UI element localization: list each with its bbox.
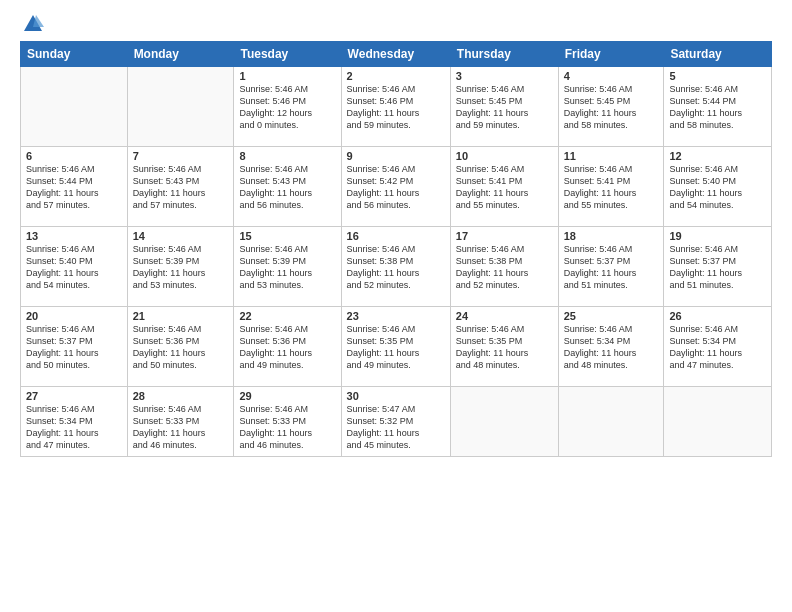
day-info: Sunrise: 5:46 AM Sunset: 5:33 PM Dayligh… (133, 403, 229, 452)
day-info: Sunrise: 5:46 AM Sunset: 5:41 PM Dayligh… (564, 163, 659, 212)
day-number: 15 (239, 230, 335, 242)
day-info: Sunrise: 5:47 AM Sunset: 5:32 PM Dayligh… (347, 403, 445, 452)
calendar-header-thursday: Thursday (450, 42, 558, 67)
calendar-table: SundayMondayTuesdayWednesdayThursdayFrid… (20, 41, 772, 457)
calendar-day-cell (21, 67, 128, 147)
calendar-day-cell (664, 387, 772, 457)
calendar-week-row: 20Sunrise: 5:46 AM Sunset: 5:37 PM Dayli… (21, 307, 772, 387)
day-number: 19 (669, 230, 766, 242)
day-number: 26 (669, 310, 766, 322)
calendar-day-cell: 21Sunrise: 5:46 AM Sunset: 5:36 PM Dayli… (127, 307, 234, 387)
page-container: SundayMondayTuesdayWednesdayThursdayFrid… (0, 0, 792, 612)
day-info: Sunrise: 5:46 AM Sunset: 5:38 PM Dayligh… (456, 243, 553, 292)
day-info: Sunrise: 5:46 AM Sunset: 5:35 PM Dayligh… (347, 323, 445, 372)
day-info: Sunrise: 5:46 AM Sunset: 5:43 PM Dayligh… (239, 163, 335, 212)
calendar-day-cell (558, 387, 664, 457)
day-info: Sunrise: 5:46 AM Sunset: 5:45 PM Dayligh… (564, 83, 659, 132)
svg-marker-1 (33, 15, 44, 27)
day-info: Sunrise: 5:46 AM Sunset: 5:44 PM Dayligh… (26, 163, 122, 212)
day-number: 18 (564, 230, 659, 242)
day-number: 30 (347, 390, 445, 402)
day-info: Sunrise: 5:46 AM Sunset: 5:44 PM Dayligh… (669, 83, 766, 132)
day-number: 23 (347, 310, 445, 322)
calendar-day-cell: 8Sunrise: 5:46 AM Sunset: 5:43 PM Daylig… (234, 147, 341, 227)
calendar-day-cell: 2Sunrise: 5:46 AM Sunset: 5:46 PM Daylig… (341, 67, 450, 147)
logo-icon (22, 13, 44, 35)
calendar-day-cell: 20Sunrise: 5:46 AM Sunset: 5:37 PM Dayli… (21, 307, 128, 387)
calendar-day-cell: 24Sunrise: 5:46 AM Sunset: 5:35 PM Dayli… (450, 307, 558, 387)
calendar-day-cell: 26Sunrise: 5:46 AM Sunset: 5:34 PM Dayli… (664, 307, 772, 387)
calendar-day-cell: 4Sunrise: 5:46 AM Sunset: 5:45 PM Daylig… (558, 67, 664, 147)
day-number: 10 (456, 150, 553, 162)
calendar-day-cell: 18Sunrise: 5:46 AM Sunset: 5:37 PM Dayli… (558, 227, 664, 307)
calendar-day-cell: 9Sunrise: 5:46 AM Sunset: 5:42 PM Daylig… (341, 147, 450, 227)
day-info: Sunrise: 5:46 AM Sunset: 5:41 PM Dayligh… (456, 163, 553, 212)
day-info: Sunrise: 5:46 AM Sunset: 5:37 PM Dayligh… (26, 323, 122, 372)
calendar-header-tuesday: Tuesday (234, 42, 341, 67)
calendar-day-cell (450, 387, 558, 457)
calendar-day-cell: 7Sunrise: 5:46 AM Sunset: 5:43 PM Daylig… (127, 147, 234, 227)
calendar-day-cell: 25Sunrise: 5:46 AM Sunset: 5:34 PM Dayli… (558, 307, 664, 387)
calendar-day-cell (127, 67, 234, 147)
day-number: 12 (669, 150, 766, 162)
day-number: 14 (133, 230, 229, 242)
day-number: 24 (456, 310, 553, 322)
day-number: 7 (133, 150, 229, 162)
calendar-day-cell: 28Sunrise: 5:46 AM Sunset: 5:33 PM Dayli… (127, 387, 234, 457)
day-number: 8 (239, 150, 335, 162)
day-info: Sunrise: 5:46 AM Sunset: 5:36 PM Dayligh… (239, 323, 335, 372)
calendar-day-cell: 17Sunrise: 5:46 AM Sunset: 5:38 PM Dayli… (450, 227, 558, 307)
calendar-header-row: SundayMondayTuesdayWednesdayThursdayFrid… (21, 42, 772, 67)
calendar-day-cell: 15Sunrise: 5:46 AM Sunset: 5:39 PM Dayli… (234, 227, 341, 307)
calendar-week-row: 6Sunrise: 5:46 AM Sunset: 5:44 PM Daylig… (21, 147, 772, 227)
calendar-day-cell: 19Sunrise: 5:46 AM Sunset: 5:37 PM Dayli… (664, 227, 772, 307)
day-info: Sunrise: 5:46 AM Sunset: 5:37 PM Dayligh… (669, 243, 766, 292)
day-number: 27 (26, 390, 122, 402)
calendar-header-saturday: Saturday (664, 42, 772, 67)
day-info: Sunrise: 5:46 AM Sunset: 5:33 PM Dayligh… (239, 403, 335, 452)
calendar-day-cell: 14Sunrise: 5:46 AM Sunset: 5:39 PM Dayli… (127, 227, 234, 307)
day-info: Sunrise: 5:46 AM Sunset: 5:38 PM Dayligh… (347, 243, 445, 292)
calendar-header-friday: Friday (558, 42, 664, 67)
day-number: 16 (347, 230, 445, 242)
day-number: 3 (456, 70, 553, 82)
day-info: Sunrise: 5:46 AM Sunset: 5:40 PM Dayligh… (669, 163, 766, 212)
header (20, 15, 772, 31)
day-info: Sunrise: 5:46 AM Sunset: 5:37 PM Dayligh… (564, 243, 659, 292)
day-number: 21 (133, 310, 229, 322)
day-number: 2 (347, 70, 445, 82)
logo (20, 15, 44, 31)
day-info: Sunrise: 5:46 AM Sunset: 5:39 PM Dayligh… (239, 243, 335, 292)
calendar-day-cell: 3Sunrise: 5:46 AM Sunset: 5:45 PM Daylig… (450, 67, 558, 147)
calendar-day-cell: 11Sunrise: 5:46 AM Sunset: 5:41 PM Dayli… (558, 147, 664, 227)
day-info: Sunrise: 5:46 AM Sunset: 5:39 PM Dayligh… (133, 243, 229, 292)
day-number: 9 (347, 150, 445, 162)
calendar-day-cell: 12Sunrise: 5:46 AM Sunset: 5:40 PM Dayli… (664, 147, 772, 227)
calendar-week-row: 27Sunrise: 5:46 AM Sunset: 5:34 PM Dayli… (21, 387, 772, 457)
day-info: Sunrise: 5:46 AM Sunset: 5:34 PM Dayligh… (669, 323, 766, 372)
day-number: 13 (26, 230, 122, 242)
day-number: 6 (26, 150, 122, 162)
day-number: 11 (564, 150, 659, 162)
calendar-day-cell: 1Sunrise: 5:46 AM Sunset: 5:46 PM Daylig… (234, 67, 341, 147)
calendar-week-row: 1Sunrise: 5:46 AM Sunset: 5:46 PM Daylig… (21, 67, 772, 147)
day-info: Sunrise: 5:46 AM Sunset: 5:36 PM Dayligh… (133, 323, 229, 372)
calendar-day-cell: 13Sunrise: 5:46 AM Sunset: 5:40 PM Dayli… (21, 227, 128, 307)
calendar-week-row: 13Sunrise: 5:46 AM Sunset: 5:40 PM Dayli… (21, 227, 772, 307)
calendar-day-cell: 5Sunrise: 5:46 AM Sunset: 5:44 PM Daylig… (664, 67, 772, 147)
calendar-day-cell: 30Sunrise: 5:47 AM Sunset: 5:32 PM Dayli… (341, 387, 450, 457)
calendar-day-cell: 6Sunrise: 5:46 AM Sunset: 5:44 PM Daylig… (21, 147, 128, 227)
day-number: 5 (669, 70, 766, 82)
day-info: Sunrise: 5:46 AM Sunset: 5:45 PM Dayligh… (456, 83, 553, 132)
calendar-day-cell: 23Sunrise: 5:46 AM Sunset: 5:35 PM Dayli… (341, 307, 450, 387)
day-info: Sunrise: 5:46 AM Sunset: 5:43 PM Dayligh… (133, 163, 229, 212)
calendar-day-cell: 27Sunrise: 5:46 AM Sunset: 5:34 PM Dayli… (21, 387, 128, 457)
day-info: Sunrise: 5:46 AM Sunset: 5:34 PM Dayligh… (564, 323, 659, 372)
day-number: 29 (239, 390, 335, 402)
calendar-day-cell: 29Sunrise: 5:46 AM Sunset: 5:33 PM Dayli… (234, 387, 341, 457)
day-number: 20 (26, 310, 122, 322)
calendar-day-cell: 10Sunrise: 5:46 AM Sunset: 5:41 PM Dayli… (450, 147, 558, 227)
day-info: Sunrise: 5:46 AM Sunset: 5:35 PM Dayligh… (456, 323, 553, 372)
day-info: Sunrise: 5:46 AM Sunset: 5:40 PM Dayligh… (26, 243, 122, 292)
day-info: Sunrise: 5:46 AM Sunset: 5:46 PM Dayligh… (347, 83, 445, 132)
